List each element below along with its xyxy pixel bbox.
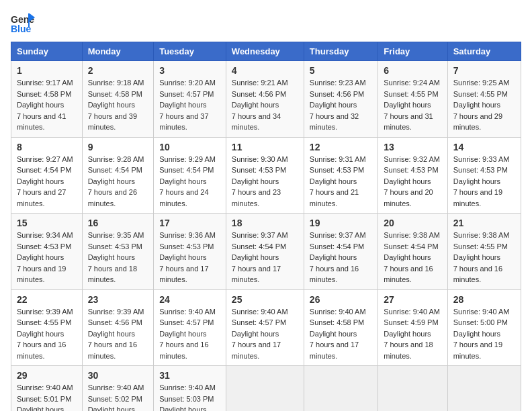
day-number: 27 bbox=[384, 294, 441, 305]
day-details: Sunrise: 9:37 AM Sunset: 4:54 PM Dayligh… bbox=[232, 230, 298, 285]
calendar-cell: 12 Sunrise: 9:31 AM Sunset: 4:53 PM Dayl… bbox=[304, 137, 378, 214]
day-number: 23 bbox=[88, 294, 148, 305]
day-details: Sunrise: 9:31 AM Sunset: 4:53 PM Dayligh… bbox=[310, 154, 372, 210]
day-number: 6 bbox=[384, 65, 441, 76]
day-details: Sunrise: 9:39 AM Sunset: 4:55 PM Dayligh… bbox=[17, 306, 77, 362]
calendar-cell: 21 Sunrise: 9:38 AM Sunset: 4:55 PM Dayl… bbox=[447, 214, 521, 290]
day-details: Sunrise: 9:40 AM Sunset: 4:59 PM Dayligh… bbox=[384, 306, 441, 362]
calendar-cell: 31 Sunrise: 9:40 AM Sunset: 5:03 PM Dayl… bbox=[154, 366, 226, 412]
day-details: Sunrise: 9:40 AM Sunset: 4:57 PM Dayligh… bbox=[159, 306, 220, 362]
day-details: Sunrise: 9:17 AM Sunset: 4:58 PM Dayligh… bbox=[17, 77, 77, 133]
day-number: 31 bbox=[159, 370, 220, 381]
day-number: 29 bbox=[17, 370, 77, 381]
day-details: Sunrise: 9:29 AM Sunset: 4:54 PM Dayligh… bbox=[159, 154, 220, 210]
svg-text:Blue: Blue bbox=[11, 24, 32, 34]
day-number: 21 bbox=[453, 218, 515, 228]
day-number: 4 bbox=[232, 65, 298, 76]
calendar-cell: 25 Sunrise: 9:40 AM Sunset: 4:57 PM Dayl… bbox=[226, 289, 304, 366]
day-details: Sunrise: 9:27 AM Sunset: 4:54 PM Dayligh… bbox=[17, 154, 77, 210]
calendar-cell: 3 Sunrise: 9:20 AM Sunset: 4:57 PM Dayli… bbox=[154, 61, 226, 138]
weekday-header-friday: Friday bbox=[378, 42, 447, 61]
calendar-cell: 9 Sunrise: 9:28 AM Sunset: 4:54 PM Dayli… bbox=[82, 137, 154, 214]
day-number: 10 bbox=[159, 142, 220, 152]
calendar-cell: 8 Sunrise: 9:27 AM Sunset: 4:54 PM Dayli… bbox=[11, 137, 83, 214]
calendar-cell: 29 Sunrise: 9:40 AM Sunset: 5:01 PM Dayl… bbox=[11, 366, 83, 412]
week-row-5: 29 Sunrise: 9:40 AM Sunset: 5:01 PM Dayl… bbox=[11, 366, 521, 412]
week-row-1: 1 Sunrise: 9:17 AM Sunset: 4:58 PM Dayli… bbox=[11, 61, 521, 138]
logo: General Blue bbox=[11, 11, 38, 35]
day-number: 18 bbox=[232, 218, 298, 228]
calendar-cell: 27 Sunrise: 9:40 AM Sunset: 4:59 PM Dayl… bbox=[378, 289, 447, 366]
logo-icon: General Blue bbox=[11, 11, 35, 35]
day-details: Sunrise: 9:25 AM Sunset: 4:55 PM Dayligh… bbox=[453, 77, 515, 133]
day-details: Sunrise: 9:33 AM Sunset: 4:53 PM Dayligh… bbox=[453, 154, 515, 210]
calendar-cell: 10 Sunrise: 9:29 AM Sunset: 4:54 PM Dayl… bbox=[154, 137, 226, 214]
calendar-cell: 18 Sunrise: 9:37 AM Sunset: 4:54 PM Dayl… bbox=[226, 214, 304, 290]
day-details: Sunrise: 9:38 AM Sunset: 4:55 PM Dayligh… bbox=[453, 230, 515, 285]
calendar-cell: 23 Sunrise: 9:39 AM Sunset: 4:56 PM Dayl… bbox=[82, 289, 154, 366]
day-number: 3 bbox=[159, 65, 220, 76]
weekday-header-tuesday: Tuesday bbox=[154, 42, 226, 61]
day-details: Sunrise: 9:40 AM Sunset: 4:58 PM Dayligh… bbox=[310, 306, 372, 362]
calendar-cell: 4 Sunrise: 9:21 AM Sunset: 4:56 PM Dayli… bbox=[226, 61, 304, 138]
calendar-cell bbox=[226, 366, 304, 412]
day-number: 13 bbox=[384, 142, 441, 152]
calendar-cell: 30 Sunrise: 9:40 AM Sunset: 5:02 PM Dayl… bbox=[82, 366, 154, 412]
day-number: 5 bbox=[310, 65, 372, 76]
day-details: Sunrise: 9:28 AM Sunset: 4:54 PM Dayligh… bbox=[88, 154, 148, 210]
day-number: 26 bbox=[310, 294, 372, 305]
day-number: 30 bbox=[88, 370, 148, 381]
day-number: 20 bbox=[384, 218, 441, 228]
week-row-3: 15 Sunrise: 9:34 AM Sunset: 4:53 PM Dayl… bbox=[11, 214, 521, 290]
day-number: 9 bbox=[88, 142, 148, 152]
calendar-cell: 24 Sunrise: 9:40 AM Sunset: 4:57 PM Dayl… bbox=[154, 289, 226, 366]
day-details: Sunrise: 9:40 AM Sunset: 5:01 PM Dayligh… bbox=[17, 382, 77, 411]
calendar-cell: 28 Sunrise: 9:40 AM Sunset: 5:00 PM Dayl… bbox=[447, 289, 521, 366]
day-number: 15 bbox=[17, 218, 77, 228]
calendar-cell bbox=[378, 366, 447, 412]
day-details: Sunrise: 9:21 AM Sunset: 4:56 PM Dayligh… bbox=[232, 77, 298, 133]
day-number: 22 bbox=[17, 294, 77, 305]
day-number: 16 bbox=[88, 218, 148, 228]
weekday-header-monday: Monday bbox=[82, 42, 154, 61]
day-number: 12 bbox=[310, 142, 372, 152]
day-details: Sunrise: 9:23 AM Sunset: 4:56 PM Dayligh… bbox=[310, 77, 372, 133]
day-number: 8 bbox=[17, 142, 77, 152]
weekday-header-saturday: Saturday bbox=[447, 42, 521, 61]
day-number: 1 bbox=[17, 65, 77, 76]
day-details: Sunrise: 9:18 AM Sunset: 4:58 PM Dayligh… bbox=[88, 77, 148, 133]
week-row-2: 8 Sunrise: 9:27 AM Sunset: 4:54 PM Dayli… bbox=[11, 137, 521, 214]
day-number: 14 bbox=[453, 142, 515, 152]
weekday-header-wednesday: Wednesday bbox=[226, 42, 304, 61]
day-details: Sunrise: 9:32 AM Sunset: 4:53 PM Dayligh… bbox=[384, 154, 441, 210]
week-row-4: 22 Sunrise: 9:39 AM Sunset: 4:55 PM Dayl… bbox=[11, 289, 521, 366]
day-details: Sunrise: 9:34 AM Sunset: 4:53 PM Dayligh… bbox=[17, 230, 77, 285]
calendar-cell: 15 Sunrise: 9:34 AM Sunset: 4:53 PM Dayl… bbox=[11, 214, 83, 290]
day-number: 28 bbox=[453, 294, 515, 305]
weekday-header-thursday: Thursday bbox=[304, 42, 378, 61]
calendar-cell: 5 Sunrise: 9:23 AM Sunset: 4:56 PM Dayli… bbox=[304, 61, 378, 138]
day-details: Sunrise: 9:40 AM Sunset: 5:00 PM Dayligh… bbox=[453, 306, 515, 362]
day-number: 19 bbox=[310, 218, 372, 228]
calendar-cell bbox=[304, 366, 378, 412]
day-details: Sunrise: 9:24 AM Sunset: 4:55 PM Dayligh… bbox=[384, 77, 441, 133]
day-details: Sunrise: 9:40 AM Sunset: 5:02 PM Dayligh… bbox=[88, 382, 148, 411]
calendar-table: SundayMondayTuesdayWednesdayThursdayFrid… bbox=[11, 42, 521, 411]
day-details: Sunrise: 9:36 AM Sunset: 4:53 PM Dayligh… bbox=[159, 230, 220, 285]
day-details: Sunrise: 9:39 AM Sunset: 4:56 PM Dayligh… bbox=[88, 306, 148, 362]
day-details: Sunrise: 9:35 AM Sunset: 4:53 PM Dayligh… bbox=[88, 230, 148, 285]
weekday-header-sunday: Sunday bbox=[11, 42, 83, 61]
calendar-cell bbox=[447, 366, 521, 412]
day-number: 25 bbox=[232, 294, 298, 305]
calendar-cell: 26 Sunrise: 9:40 AM Sunset: 4:58 PM Dayl… bbox=[304, 289, 378, 366]
calendar-cell: 6 Sunrise: 9:24 AM Sunset: 4:55 PM Dayli… bbox=[378, 61, 447, 138]
day-details: Sunrise: 9:37 AM Sunset: 4:54 PM Dayligh… bbox=[310, 230, 372, 285]
calendar-cell: 19 Sunrise: 9:37 AM Sunset: 4:54 PM Dayl… bbox=[304, 214, 378, 290]
day-number: 7 bbox=[453, 65, 515, 76]
header: General Blue bbox=[11, 11, 521, 35]
calendar-cell: 22 Sunrise: 9:39 AM Sunset: 4:55 PM Dayl… bbox=[11, 289, 83, 366]
calendar-cell: 1 Sunrise: 9:17 AM Sunset: 4:58 PM Dayli… bbox=[11, 61, 83, 138]
calendar-cell: 2 Sunrise: 9:18 AM Sunset: 4:58 PM Dayli… bbox=[82, 61, 154, 138]
calendar-cell: 13 Sunrise: 9:32 AM Sunset: 4:53 PM Dayl… bbox=[378, 137, 447, 214]
svg-rect-3 bbox=[28, 13, 30, 27]
